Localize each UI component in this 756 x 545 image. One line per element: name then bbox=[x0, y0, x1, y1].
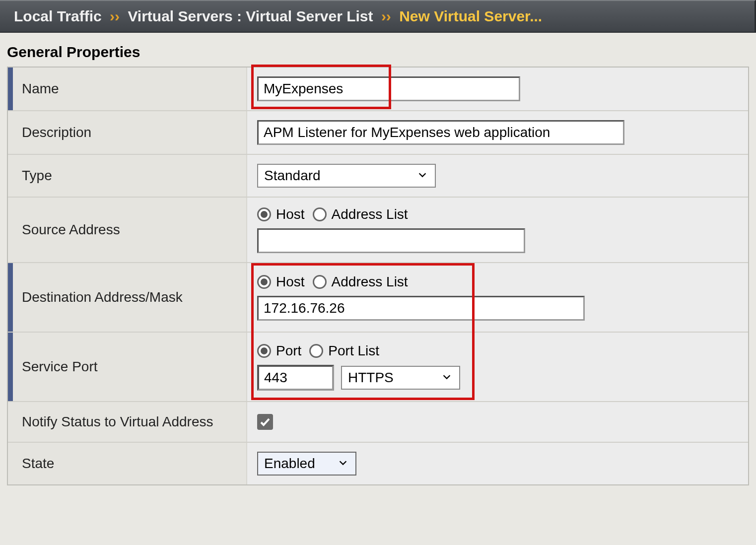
source-host-label: Host bbox=[276, 206, 305, 222]
breadcrumb-sep-icon: ›› bbox=[106, 8, 124, 24]
label-destination: Destination Address/Mask bbox=[8, 263, 246, 332]
name-input[interactable] bbox=[257, 76, 520, 101]
port-list-radio-label: Port List bbox=[328, 343, 379, 359]
row-source-address: Source Address Host Address List bbox=[8, 198, 748, 263]
row-description: Description bbox=[8, 111, 748, 155]
destination-address-list-radio[interactable] bbox=[313, 275, 327, 289]
label-service-port: Service Port bbox=[8, 333, 246, 401]
source-address-input[interactable] bbox=[257, 228, 525, 253]
label-name: Name bbox=[8, 68, 246, 110]
port-radio-label: Port bbox=[276, 343, 301, 359]
destination-address-list-label: Address List bbox=[332, 274, 408, 290]
row-state: State Enabled bbox=[8, 443, 748, 484]
type-select[interactable]: Standard bbox=[257, 164, 436, 188]
breadcrumb-sep-icon: ›› bbox=[377, 8, 395, 24]
breadcrumb-part2[interactable]: Virtual Servers : Virtual Server List bbox=[128, 8, 373, 24]
chevron-down-icon bbox=[338, 456, 348, 472]
protocol-select-value: HTTPS bbox=[348, 370, 394, 386]
port-input[interactable] bbox=[257, 365, 334, 391]
source-address-list-radio[interactable] bbox=[313, 207, 327, 221]
port-list-radio[interactable] bbox=[309, 344, 323, 358]
protocol-select[interactable]: HTTPS bbox=[341, 366, 460, 390]
row-notify: Notify Status to Virtual Address bbox=[8, 402, 748, 443]
destination-host-radio[interactable] bbox=[257, 275, 271, 289]
label-description: Description bbox=[8, 111, 246, 154]
row-service-port: Service Port Port Port List HTTPS bbox=[8, 333, 748, 402]
chevron-down-icon bbox=[417, 168, 428, 184]
source-host-radio[interactable] bbox=[257, 207, 271, 221]
source-address-list-label: Address List bbox=[332, 206, 408, 222]
section-title: General Properties bbox=[0, 33, 756, 67]
row-destination: Destination Address/Mask Host Address Li… bbox=[8, 263, 748, 333]
state-select-value: Enabled bbox=[264, 456, 315, 472]
notify-checkbox[interactable] bbox=[257, 414, 273, 430]
type-select-value: Standard bbox=[264, 168, 321, 184]
form-table: Name Description Type Standard Source Ad… bbox=[7, 67, 749, 485]
label-state: State bbox=[8, 443, 246, 484]
destination-input[interactable] bbox=[257, 296, 585, 321]
label-notify: Notify Status to Virtual Address bbox=[8, 402, 246, 442]
breadcrumb-part1[interactable]: Local Traffic bbox=[14, 8, 102, 24]
row-type: Type Standard bbox=[8, 155, 748, 198]
breadcrumb-current: New Virtual Server... bbox=[399, 8, 542, 24]
label-type: Type bbox=[8, 155, 246, 197]
row-name: Name bbox=[8, 68, 748, 111]
chevron-down-icon bbox=[441, 370, 452, 386]
port-radio[interactable] bbox=[257, 344, 271, 358]
destination-host-label: Host bbox=[276, 274, 305, 290]
description-input[interactable] bbox=[257, 120, 624, 145]
breadcrumb: Local Traffic ›› Virtual Servers : Virtu… bbox=[0, 0, 756, 33]
label-source-address: Source Address bbox=[8, 198, 246, 262]
state-select[interactable]: Enabled bbox=[257, 452, 356, 476]
